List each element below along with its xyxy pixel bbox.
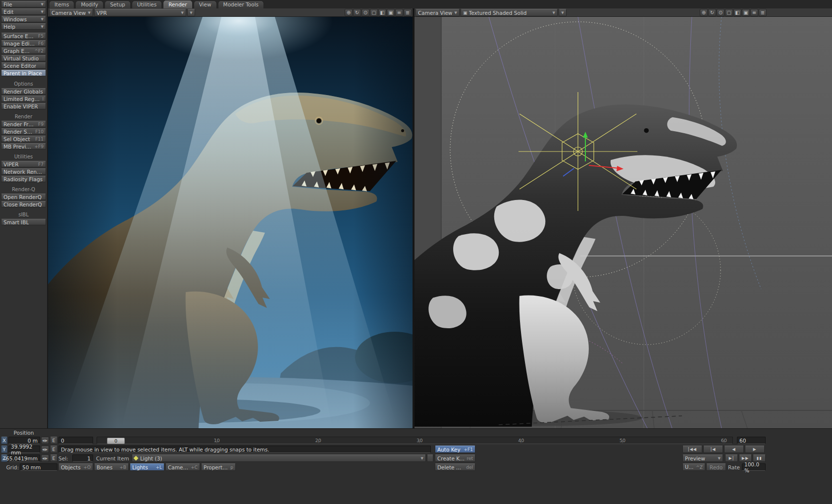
render-mode-dropdown-left[interactable]: VPR ▼ [94,9,186,16]
camera-toggle-icon[interactable]: ▣ [387,9,395,16]
scene-editor-button[interactable]: Scene Editor [1,62,46,69]
z-position-value[interactable]: -65.0419mm [8,454,40,462]
menu-edit[interactable]: Edit▼ [1,8,46,15]
tab-modify[interactable]: Modify [75,0,104,8]
create-key-button[interactable]: Create Key ret [435,454,475,462]
tab-setup[interactable]: Setup [104,0,131,8]
camera-toggle-icon[interactable]: ▣ [742,9,750,16]
cameras-button[interactable]: Cameras+C [165,463,200,471]
smart-ibl-button[interactable]: Smart IBL [1,219,46,225]
parent-in-place-button[interactable]: Parent in Place [1,70,46,76]
tab-view[interactable]: View [194,0,217,8]
layout-list-icon[interactable]: ≡ [750,9,758,16]
zoom-icon[interactable]: ⊙ [362,9,369,16]
y-spinner[interactable]: ◀▶ [41,446,49,453]
render-scene-button[interactable]: Render SceneF10 [1,128,46,135]
button-label: Objects [61,464,81,470]
transport-button[interactable]: |◀◀ [682,446,702,453]
properties-button[interactable]: Propertiesp [201,463,236,471]
section-title: sIBL [1,212,46,217]
grid-size-field[interactable]: 50 mm [20,463,57,471]
viewport-options-dropdown-right[interactable]: ▼ [559,9,567,16]
y-position-value[interactable]: 39.9992 mm [8,446,40,453]
redo-button[interactable]: Redo [706,463,726,471]
preview-label: Preview [685,455,705,461]
pan-icon[interactable]: ⊕ [700,9,708,16]
render-frame-button[interactable]: Render FrameF9 [1,121,46,127]
image-editor-button[interactable]: Image EditorF6 [1,40,46,47]
layout-list-icon[interactable]: ≡ [395,9,403,16]
button-label: Graph Editor [3,48,33,54]
menu-help[interactable]: Help▼ [1,23,46,30]
transport-button[interactable]: ▶| [725,454,738,462]
vpr-render-scene[interactable] [48,17,413,428]
tab-utilities[interactable]: Utilities [132,0,162,8]
button-label: Network Render [3,169,44,175]
sel-object-button[interactable]: Sel ObjectF11 [1,136,46,142]
tab-render[interactable]: Render [163,0,192,8]
shaded-viewport[interactable] [415,17,832,428]
y-envelope-button[interactable]: E [50,446,57,453]
view-type-dropdown-left[interactable]: Camera View ▼ [49,9,93,16]
menu-label: Help [3,24,15,30]
wireframe-toggle-icon[interactable]: ◧ [378,9,386,16]
mb-preview-button[interactable]: MB Preview+F9 [1,143,46,150]
rotate-icon[interactable]: ↻ [353,9,361,16]
start-frame-field[interactable]: 0 [58,437,93,444]
current-item-dropdown[interactable]: Light (3) ▼ [132,454,426,462]
shortcut-label: F10 [35,129,44,134]
menu-file[interactable]: File▼ [1,1,46,7]
tab-items[interactable]: Items [49,0,74,8]
open-renderq-button[interactable]: Open RenderQ [1,194,46,200]
tab-modeler-tools[interactable]: Modeler Tools [218,0,264,8]
viewport-options-dropdown-left[interactable]: ▼ [187,9,195,16]
button-label: Parent in Place [3,70,42,76]
viewport-menu-icon[interactable]: ≣ [404,9,412,16]
preview-dropdown[interactable]: Preview ▼ [682,454,723,462]
render-mode-dropdown-right[interactable]: ▣ Textured Shaded Solid ▼ [461,9,558,16]
graph-editor-button[interactable]: Graph Editor^F2 [1,48,46,54]
expand-icon[interactable]: ▢ [370,9,378,16]
transport-button[interactable]: |◀ [703,446,723,453]
button-label: Open RenderQ [3,194,42,200]
wireframe-toggle-icon[interactable]: ◧ [733,9,741,16]
lightwave-layout-window: ItemsModifySetupUtilitiesRenderViewModel… [0,0,832,504]
render-globals-button[interactable]: Render Globals [1,88,46,95]
auto-key-button[interactable]: Auto Key +F1 [435,446,475,453]
viper-button[interactable]: VIPERF7 [1,161,46,167]
item-picker-button[interactable] [427,454,433,462]
network-render-button[interactable]: Network Render [1,168,46,175]
objects-button[interactable]: Objects+O [58,463,93,471]
radiosity-flags-button[interactable]: Radiosity Flags [1,176,46,182]
undo-button[interactable]: Undo ^Z [682,463,705,471]
lights-button[interactable]: Lights+L [130,463,164,471]
delete-key-button[interactable]: Delete Key del [435,463,475,471]
transport-button[interactable]: ▶ [745,446,765,453]
z-envelope-button[interactable]: E [50,454,57,462]
close-renderq-button[interactable]: Close RenderQ [1,201,46,207]
pan-icon[interactable]: ⊕ [345,9,353,16]
expand-icon[interactable]: ▢ [725,9,733,16]
enable-viper-button[interactable]: Enable VIPER [1,103,46,109]
zoom-icon[interactable]: ⊙ [717,9,725,16]
end-frame-field[interactable]: 60 [737,437,766,444]
x-spinner[interactable]: ◀▶ [41,437,49,444]
shaded-viewport-scene[interactable] [415,17,832,428]
virtual-studio-button[interactable]: Virtual Studio [1,55,46,61]
menu-windows[interactable]: Windows▼ [1,16,46,22]
sel-count-field[interactable]: 1 [72,454,93,462]
rotate-icon[interactable]: ↻ [708,9,716,16]
rate-value-field[interactable]: 100.0 % [742,463,766,471]
limited-region-button[interactable]: Limited Regionl [1,96,46,102]
transport-button[interactable]: ◀ [724,446,744,453]
viewport-menu-icon[interactable]: ≣ [759,9,767,16]
vpr-render-viewport[interactable] [48,17,413,428]
surface-editor-button[interactable]: Surface EditorF5 [1,33,46,39]
view-type-dropdown-right[interactable]: Camera View ▼ [416,9,460,16]
bones-button[interactable]: Bones+B [94,463,129,471]
z-spinner[interactable]: ◀▶ [41,454,49,462]
x-envelope-button[interactable]: E [50,437,57,444]
timeline-slider-knob[interactable]: 0 [107,438,125,444]
timeline-track[interactable]: 0 0102030405060 [97,437,733,444]
button-label: Virtual Studio [3,55,39,61]
